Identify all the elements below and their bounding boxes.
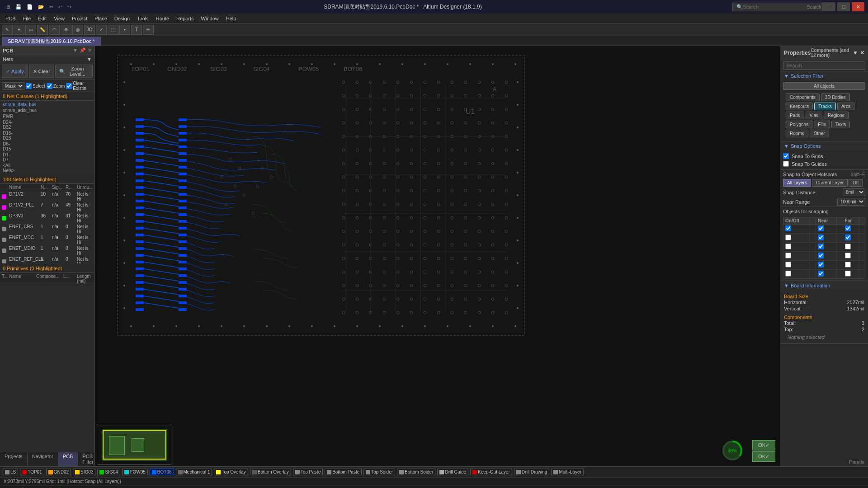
menu-help[interactable]: Help [222, 15, 240, 22]
snap-row4-near[interactable] [818, 253, 824, 258]
snap-to-guides-checkbox[interactable] [783, 161, 789, 167]
snap-row5-near[interactable] [818, 262, 824, 267]
menu-design[interactable]: Design [111, 15, 133, 22]
menu-reports[interactable]: Reports [173, 15, 198, 22]
tool-rect[interactable]: ▭ [25, 25, 36, 35]
snap-row3-far[interactable] [845, 244, 851, 249]
left-panel-dropdown[interactable]: ▼ [73, 47, 78, 53]
filter-polygons[interactable]: Polygons [786, 121, 812, 128]
snap-row5-onoff[interactable] [785, 262, 791, 267]
layer-bot06[interactable]: BOT06 [150, 469, 174, 475]
left-panel-close[interactable]: ✕ [88, 47, 92, 53]
apply-button[interactable]: ✓ Apply [2, 65, 28, 78]
menu-window[interactable]: Window [198, 15, 222, 22]
snap-row3-near[interactable] [818, 244, 824, 249]
net-class-sdram-addr[interactable]: sdram_addr_bus [2, 108, 93, 113]
new-icon[interactable]: 📄 [25, 3, 35, 11]
close-button[interactable]: ✕ [852, 2, 864, 11]
save-icon[interactable]: 💾 [14, 3, 24, 11]
filter-tracks[interactable]: Tracks [814, 103, 836, 110]
net-dp3v3[interactable]: DP3V3 36 n/a 31 Net is Hi [0, 213, 94, 224]
layer-pow05[interactable]: POW05 [122, 469, 148, 475]
filter-other[interactable]: Other [810, 130, 829, 137]
filter-arcs[interactable]: Arcs [837, 103, 854, 110]
menu-edit[interactable]: Edit [34, 15, 50, 22]
filter-vias[interactable]: Vias [806, 112, 822, 119]
tool-3d[interactable]: 3D [84, 25, 95, 35]
layer-drill-guide[interactable]: Drill Guide [437, 469, 468, 475]
properties-search-input[interactable] [783, 61, 865, 70]
document-tab-active[interactable]: SDRAM顶底对贴型2019.6.10.PcbDoc * [2, 37, 101, 46]
layer-ls[interactable]: LS [3, 469, 18, 475]
all-objects-button[interactable]: All objects [783, 82, 865, 90]
net-class-d1[interactable]: D1-D7 [2, 152, 93, 163]
off-button[interactable]: Off [849, 179, 863, 187]
tab-projects[interactable]: Projects [0, 452, 28, 466]
snap-row3-onoff[interactable] [785, 244, 791, 249]
layer-drill-drawing[interactable]: Drill Drawing [514, 469, 550, 475]
zoom-level-button[interactable]: 🔍 Zoom Level... [55, 65, 93, 78]
filter-3d-bodies[interactable]: 3D Bodies [821, 94, 850, 101]
maximize-button[interactable]: □ [837, 2, 850, 11]
filter-rooms[interactable]: Rooms [786, 130, 808, 137]
layer-top-paste[interactable]: Top Paste [293, 469, 323, 475]
tool-measure[interactable]: 📏 [37, 25, 48, 35]
all-layers-button[interactable]: All Layers [783, 179, 811, 187]
snap-distance-select[interactable]: 8mil 4mil 16mil [843, 188, 865, 196]
menu-route[interactable]: Route [152, 15, 173, 22]
tool-add[interactable]: + [14, 25, 24, 35]
snap-row4-onoff[interactable] [785, 253, 791, 258]
tool-via[interactable]: ◎ [72, 25, 83, 35]
net-dp1v2[interactable]: DP1V2 10 n/a 70 Net is Hi [0, 191, 94, 202]
layer-top-overlay[interactable]: Top Overlay [214, 469, 248, 475]
tool-drc[interactable]: ✓ [96, 25, 107, 35]
snap-row1-near[interactable] [818, 225, 824, 231]
title-search-input[interactable] [743, 4, 805, 9]
undo-icon[interactable]: ↩ [57, 3, 64, 11]
snap-row5-far[interactable] [845, 262, 851, 267]
menu-place[interactable]: Place [91, 15, 111, 22]
layer-sig04[interactable]: SIG04 [97, 469, 120, 475]
snap-row1-far[interactable] [845, 225, 851, 231]
selection-filter-title[interactable]: ▼ Selection Filter [780, 71, 868, 80]
snap-row1-onoff[interactable] [785, 225, 791, 231]
filter-components[interactable]: Components [786, 94, 820, 101]
snap-row6-onoff[interactable] [785, 271, 791, 277]
pcb-canvas-area[interactable]: TOP01 GND02 SIG03 SIG04 POW05 BOT06 [95, 46, 780, 466]
tab-pcb-filter[interactable]: PCB Filter [78, 452, 95, 466]
select-checkbox[interactable] [26, 83, 32, 89]
mask-select[interactable]: Mask [2, 82, 24, 90]
tab-pcb[interactable]: PCB [58, 452, 78, 466]
clear-button[interactable]: ✕ Clear [29, 65, 54, 78]
layer-bot-paste[interactable]: Bottom Paste [325, 469, 362, 475]
net-class-sdram-data[interactable]: sdram_data_bus [2, 102, 93, 108]
layer-sig03[interactable]: SIG03 [73, 469, 95, 475]
tool-pad[interactable]: ⊕ [61, 25, 71, 35]
redo-icon[interactable]: ↪ [66, 3, 73, 11]
layer-mech1[interactable]: Mechanical 1 [176, 469, 212, 475]
title-search[interactable]: 🔍 Search [732, 3, 823, 11]
net-class-d16[interactable]: D16-D23 [2, 130, 93, 141]
net-enet-ref-clk[interactable]: ENET_REF_CLK 1 n/a 0 Net is Hi [0, 256, 94, 263]
clear-existing-checkbox[interactable] [66, 83, 72, 89]
snap-row6-far[interactable] [845, 271, 851, 277]
net-class-d24[interactable]: D24-D32 [2, 119, 93, 130]
zoom-checkbox[interactable] [47, 83, 52, 89]
menu-view[interactable]: View [50, 15, 68, 22]
tool-fill[interactable]: ▪ [119, 25, 130, 35]
menu-tools[interactable]: Tools [133, 15, 152, 22]
layer-keepout[interactable]: Keep-Out Layer [470, 469, 512, 475]
net-class-all[interactable]: <All Nets> [2, 163, 93, 174]
nets-dropdown-icon[interactable]: ▼ [87, 56, 92, 62]
layer-top01[interactable]: TOP01 [20, 469, 44, 475]
minimap-viewport[interactable] [103, 430, 166, 460]
current-layer-button[interactable]: Current Layer [812, 179, 848, 187]
tool-select[interactable]: ↖ [2, 25, 13, 35]
panels-label[interactable]: Panels [849, 459, 864, 465]
net-class-pwr[interactable]: PWR [2, 113, 93, 119]
tool-pen[interactable]: ✏ [143, 25, 154, 35]
filter-fills[interactable]: Fills [814, 121, 830, 128]
layer-gnd02[interactable]: GND02 [46, 469, 71, 475]
filter-texts[interactable]: Texts [831, 121, 850, 128]
board-information-title[interactable]: ▼ Board Information [780, 281, 868, 290]
